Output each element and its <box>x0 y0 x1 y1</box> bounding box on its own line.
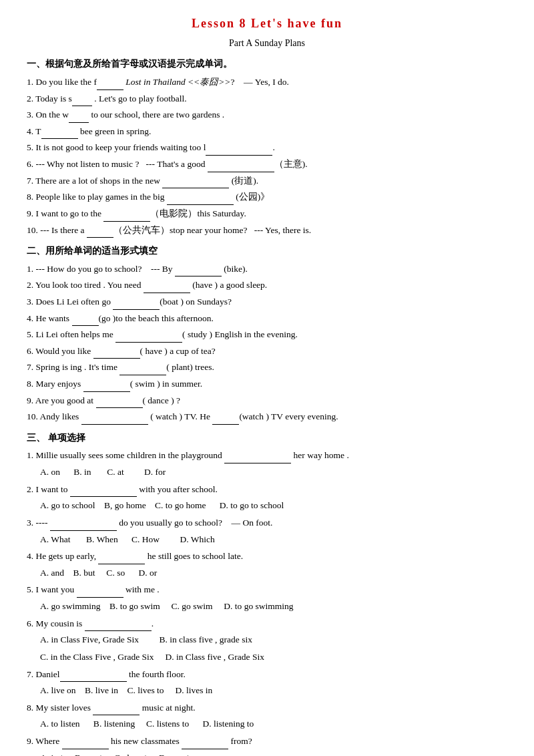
options-row: A. in Class Five, Grade Six B. in class … <box>40 632 507 648</box>
list-item: 3. On the w to our school, there are two… <box>27 107 507 123</box>
options-row: A. on B. in C. at D. for <box>40 464 507 480</box>
list-item: 8. My sister loves music at night. <box>27 700 507 716</box>
section1-heading: 一、根据句意及所给首字母或汉语提示完成单词。 <box>27 56 507 73</box>
list-item: 2. I want to with you after school. <box>27 482 507 498</box>
list-item: 6. Would you like ( have ) a cup of tea? <box>27 343 507 359</box>
options-row: C. in the Class Five , Grade Six D. in C… <box>40 649 507 665</box>
list-item: 3. Does Li Lei often go (boat ) on Sunda… <box>27 294 507 310</box>
page-subtitle: Part A Sunday Plans <box>27 35 507 51</box>
list-item: 9. I want to go to the （电影院）this Saturda… <box>27 206 507 222</box>
list-item: 7. There are a lot of shops in the new (… <box>27 173 507 189</box>
page-title: Lesson 8 Let's have fun <box>27 13 507 34</box>
section3-heading: 三、 单项选择 <box>27 430 507 447</box>
list-item: 6. --- Why not listen to music ? --- Tha… <box>27 156 507 172</box>
list-item: 1. --- How do you go to school? --- By (… <box>27 261 507 277</box>
list-item: 5. It is not good to keep your friends w… <box>27 140 507 156</box>
list-item: 8. People like to play games in the big … <box>27 189 507 205</box>
list-item: 3. ---- do you usually go to school? — O… <box>27 515 507 531</box>
list-item: 7. Spring is ing . It's time ( plant) tr… <box>27 359 507 375</box>
list-item: 2. Today is s . Let's go to play footbal… <box>27 91 507 107</box>
options-row: A. go swimming B. to go swim C. go swim … <box>40 598 507 614</box>
list-item: 10. Andy likes ( watch ) TV. He (watch )… <box>27 409 507 425</box>
options-row: A. live on B. live in C. lives to D. liv… <box>40 683 507 699</box>
list-item: 5. Li Lei often helps me ( study ) Engli… <box>27 327 507 343</box>
list-item: 5. I want you with me . <box>27 582 507 598</box>
list-item: 4. T bee green in spring. <box>27 124 507 140</box>
list-item: 9. Are you good at ( dance ) ? <box>27 393 507 409</box>
section2-heading: 二、用所给单词的适当形式填空 <box>27 243 507 260</box>
options-row: A. is / e B. are / e C. does / e D. are;… <box>40 750 507 756</box>
options-row: A. and B. but C. so D. or <box>40 565 507 581</box>
list-item: 1. Do you like the f Lost in Thailand <<… <box>27 74 507 90</box>
options-row: A. to listen B. listening C. listens to … <box>40 716 507 732</box>
list-item: 2. You look too tired . You need (have )… <box>27 277 507 293</box>
list-item: 4. He wants (go )to the beach this after… <box>27 311 507 327</box>
list-item: 4. He gets up early, he still goes to sc… <box>27 548 507 564</box>
list-item: 8. Mary enjoys ( swim ) in summer. <box>27 376 507 392</box>
list-item: 9. Where his new classmates from? <box>27 733 507 749</box>
list-item: 1. Millie usually sees some children in … <box>27 447 507 463</box>
options-row: A. What B. When C. How D. Which <box>40 532 507 548</box>
list-item: 10. --- Is there a （公共汽车）stop near your … <box>27 222 507 238</box>
options-row: A. go to school B, go home C. to go home… <box>40 498 507 514</box>
list-item: 6. My cousin is . <box>27 616 507 632</box>
list-item: 7. Daniel the fourth floor. <box>27 667 507 683</box>
